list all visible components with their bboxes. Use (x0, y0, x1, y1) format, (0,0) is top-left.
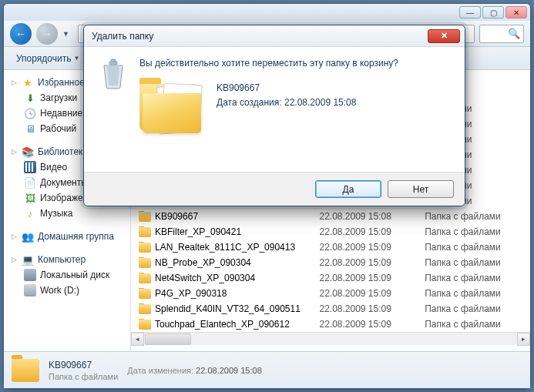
file-row[interactable]: Touchpad_Elantech_XP_09061222.08.2009 15… (131, 317, 530, 332)
titlebar: — ▢ ✕ (4, 4, 530, 21)
sidebar-workd[interactable]: Work (D:) (4, 283, 130, 298)
folder-icon (139, 212, 151, 222)
status-type: Папка с файлами (49, 372, 118, 381)
sidebar-label: Музыка (40, 208, 72, 219)
dialog-item-name: KB909667 (217, 81, 356, 95)
download-icon: ⬇ (24, 92, 36, 104)
disk-icon (24, 284, 36, 297)
clock-icon: 🕓 (24, 107, 36, 119)
computer-icon: 💻 (22, 253, 34, 266)
dialog-body: Вы действительно хотите переместить эту … (84, 47, 465, 172)
dialog-buttons: Да Нет (84, 172, 465, 206)
file-date: 22.08.2009 15:09 (319, 288, 425, 299)
file-row[interactable]: NB_Probe_XP_09030422.08.2009 15:09Папка … (131, 255, 530, 270)
meta-label: Дата изменения: (127, 366, 193, 375)
dialog-close-button[interactable]: ✕ (428, 29, 460, 43)
back-button[interactable]: ← (10, 23, 32, 45)
file-type: Папка с файлами (425, 303, 530, 314)
close-button[interactable]: ✕ (505, 6, 527, 18)
folder-icon (139, 258, 151, 268)
maximize-button[interactable]: ▢ (482, 6, 504, 18)
file-date: 22.08.2009 15:09 (319, 242, 425, 253)
file-type: Папка с файлами (425, 288, 530, 299)
disk-icon (24, 269, 36, 281)
sidebar-label: Недавние (40, 108, 82, 119)
desktop-icon: 🖥 (24, 122, 36, 135)
folder-icon (12, 359, 39, 382)
search-box[interactable]: 🔍 (479, 25, 524, 43)
sidebar-label: Документы (40, 177, 88, 188)
file-row[interactable]: Net4Switch_XP_09030422.08.2009 15:09Папк… (131, 270, 530, 286)
sidebar-computer[interactable]: ▷ 💻 Компьютер (4, 252, 130, 267)
folder-icon (139, 320, 151, 330)
created-label: Дата создания: (217, 97, 282, 108)
sidebar-label: Локальный диск (40, 270, 109, 280)
status-meta: Дата изменения: 22.08.2009 15:08 (127, 366, 261, 375)
file-date: 22.08.2009 15:08 (319, 211, 425, 222)
dialog-titlebar: Удалить папку ✕ (84, 25, 465, 47)
expand-icon: ▷ (12, 256, 18, 263)
file-type: Папка с файлами (425, 242, 530, 253)
scroll-right-button[interactable]: ▸ (517, 333, 530, 346)
folder-preview-icon (139, 78, 206, 136)
folder-icon (139, 289, 151, 299)
file-row[interactable]: P4G_XP_09031822.08.2009 15:09Папка с фай… (131, 286, 530, 301)
sidebar-label: Библиотеки (38, 146, 88, 157)
sidebar-label: Компьютер (38, 254, 86, 265)
file-name: Splendid_K40IN_VT32_64_090511 (155, 303, 301, 314)
homegroup-icon: 👥 (22, 230, 34, 243)
nav-history-dropdown[interactable]: ▼ (62, 30, 73, 38)
file-date: 22.08.2009 15:09 (319, 273, 425, 283)
file-name: NB_Probe_XP_090304 (155, 257, 251, 268)
pictures-icon: 🖼 (24, 192, 36, 204)
sidebar-homegroup[interactable]: ▷ 👥 Домашняя группа (4, 229, 130, 244)
file-type: Папка с файлами (425, 257, 530, 268)
document-icon: 📄 (24, 176, 36, 189)
folder-icon (139, 227, 151, 237)
file-name: KBFilter_XP_090421 (155, 226, 241, 237)
organize-button[interactable]: Упорядочить ▼ (10, 51, 86, 66)
dialog-item-meta: KB909667 Дата создания: 22.08.2009 15:08 (217, 78, 356, 136)
file-row[interactable]: Splendid_K40IN_VT32_64_09051122.08.2009 … (131, 301, 530, 317)
statusbar: KB909667 Папка с файлами Дата изменения:… (4, 351, 530, 388)
sidebar-music[interactable]: ♪ Музыка (4, 206, 130, 221)
sidebar-label: Work (D:) (40, 285, 79, 296)
file-row[interactable]: KBFilter_XP_09042122.08.2009 15:09Папка … (131, 224, 530, 240)
file-date: 22.08.2009 15:09 (319, 226, 425, 237)
video-icon (24, 161, 36, 173)
recycle-bin-icon (99, 58, 127, 90)
status-name: KB909667 (49, 360, 118, 370)
file-date: 22.08.2009 15:09 (319, 257, 425, 268)
created-value: 22.08.2009 15:08 (284, 97, 356, 108)
music-icon: ♪ (24, 207, 36, 219)
file-name: Net4Switch_XP_090304 (155, 273, 255, 283)
sidebar-label: Рабочий (40, 123, 76, 134)
yes-button[interactable]: Да (315, 180, 381, 198)
sidebar-label: Домашняя группа (38, 231, 114, 242)
sidebar-localdisk[interactable]: Локальный диск (4, 267, 130, 283)
expand-icon: ▷ (12, 79, 18, 86)
forward-button[interactable]: → (36, 23, 58, 45)
minimize-button[interactable]: — (459, 6, 481, 18)
no-button[interactable]: Нет (388, 180, 454, 198)
file-name: P4G_XP_090318 (155, 288, 227, 299)
file-row[interactable]: LAN_Realtek_8111C_XP_09041322.08.2009 15… (131, 240, 530, 255)
sidebar-label: Избранное (38, 77, 85, 88)
expand-icon: ▷ (12, 233, 18, 240)
file-row[interactable]: KB90966722.08.2009 15:08Папка с файлами (131, 209, 530, 224)
scroll-left-button[interactable]: ◂ (131, 333, 144, 346)
libraries-icon: 📚 (22, 146, 34, 158)
file-name: Touchpad_Elantech_XP_090612 (155, 319, 290, 330)
chevron-down-icon: ▼ (73, 55, 79, 62)
horizontal-scrollbar[interactable]: ◂ ▸ (131, 332, 530, 345)
folder-icon (139, 273, 151, 283)
dialog-question: Вы действительно хотите переместить эту … (139, 58, 452, 69)
file-name: LAN_Realtek_8111C_XP_090413 (155, 242, 295, 253)
file-type: Папка с файлами (425, 319, 530, 330)
search-icon: 🔍 (508, 28, 520, 39)
file-type: Папка с файлами (425, 273, 530, 283)
scroll-thumb[interactable] (145, 333, 191, 345)
folder-icon (139, 243, 151, 253)
expand-icon: ▷ (12, 148, 18, 156)
meta-value: 22.08.2009 15:08 (196, 366, 262, 375)
